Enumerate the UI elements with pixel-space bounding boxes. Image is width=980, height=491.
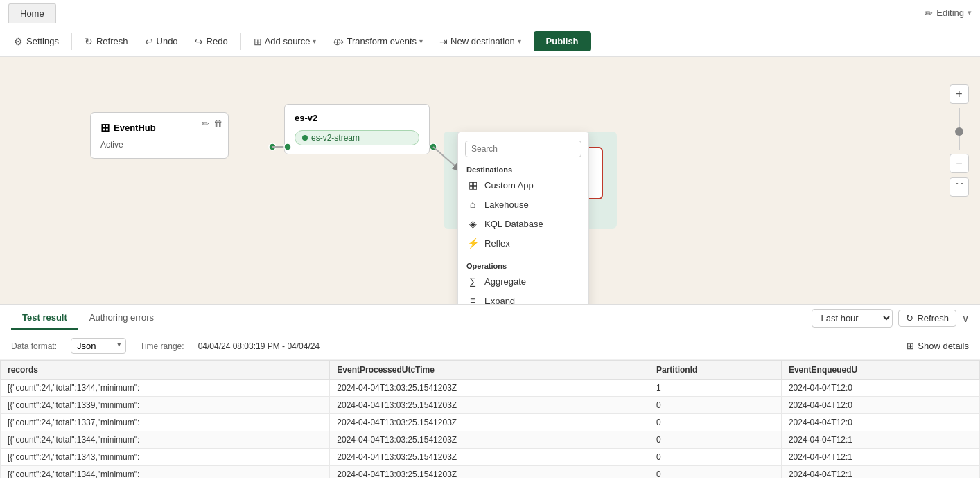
- show-details-button[interactable]: ⊞ Show details: [907, 341, 969, 351]
- cell-partition: 0: [649, 397, 781, 414]
- cell-enqueued: 2024-04-04T12:0: [781, 397, 979, 414]
- authoring-errors-tab[interactable]: Authoring errors: [78, 307, 165, 330]
- destination-dropdown-menu: Destinations ▦ Custom App ⌂ Lakehouse ◈ …: [457, 132, 589, 304]
- time-range-value: 04/04/24 08:03:19 PM - 04/04/24: [198, 341, 320, 351]
- time-range-label: Time range:: [140, 341, 184, 351]
- cell-records: [{"count":24,"total":1343,"minimum":: [1, 449, 330, 466]
- eventhub-icon: ⊞: [100, 121, 110, 134]
- editing-badge: ✏ Editing ▾: [925, 8, 972, 19]
- zoom-fit-button[interactable]: ⛶: [950, 177, 969, 197]
- panel-tabs-bar: Test result Authoring errors Last hour L…: [0, 305, 980, 332]
- transform-events-button[interactable]: ⟴ Transform events ▾: [326, 33, 430, 51]
- delete-node-button[interactable]: 🗑: [213, 118, 222, 129]
- cell-time: 2024-04-04T13:03:25.1541203Z: [330, 449, 649, 466]
- node-actions: ✏ 🗑: [202, 118, 222, 129]
- table-row: [{"count":24,"total":1344,"minimum": 202…: [1, 380, 980, 397]
- data-controls-bar: Data format: Json CSV Parquet Time range…: [0, 332, 980, 360]
- bottom-panel: Test result Authoring errors Last hour L…: [0, 304, 980, 491]
- time-filter-select[interactable]: Last hour Last 6 hours Last 24 hours: [812, 309, 893, 328]
- zoom-controls: + − ⛶: [950, 84, 969, 197]
- expand-item[interactable]: ≡ Expand: [458, 291, 588, 304]
- toolbar: ⚙ Settings ↻ Refresh ↩ Undo ↪ Redo ⊞ Add…: [0, 26, 980, 57]
- refresh-icon: ↻: [85, 36, 93, 47]
- zoom-slider-track: [959, 108, 960, 150]
- zoom-in-button[interactable]: +: [950, 84, 969, 104]
- cell-time: 2024-04-04T13:03:25.1541203Z: [330, 397, 649, 414]
- cell-records: [{"count":24,"total":1337,"minimum":: [1, 414, 330, 431]
- refresh-small-icon: ↻: [906, 313, 913, 323]
- destinations-header: Destinations: [458, 163, 588, 175]
- home-tab[interactable]: Home: [8, 3, 56, 23]
- stream-dot: [302, 135, 308, 141]
- dropdown-divider: [458, 256, 588, 256]
- cell-records: [{"count":24,"total":1344,"minimum":: [1, 466, 330, 479]
- aggregate-item[interactable]: ∑ Aggregate: [458, 271, 588, 291]
- cell-records: [{"count":24,"total":1344,"minimum":: [1, 380, 330, 397]
- panel-refresh-button[interactable]: ↻ Refresh: [898, 310, 956, 327]
- add-source-icon: ⊞: [254, 36, 262, 47]
- kql-icon: ◈: [466, 218, 479, 229]
- zoom-out-button[interactable]: −: [950, 154, 969, 173]
- kql-database-item[interactable]: ◈ KQL Database: [458, 214, 588, 233]
- expand-icon: ≡: [466, 295, 479, 304]
- data-format-label: Data format:: [11, 341, 57, 351]
- redo-button[interactable]: ↪ Redo: [188, 33, 235, 51]
- table-row: [{"count":24,"total":1339,"minimum": 202…: [1, 397, 980, 414]
- dropdown-search-input[interactable]: [465, 141, 581, 157]
- redo-icon: ↪: [195, 36, 203, 47]
- svg-point-0: [269, 143, 276, 150]
- panel-tabs-left: Test result Authoring errors: [11, 307, 165, 330]
- gear-icon: ⚙: [14, 36, 23, 47]
- svg-point-3: [430, 143, 437, 150]
- cell-partition: 0: [649, 431, 781, 449]
- operations-header: Operations: [458, 259, 588, 271]
- cell-enqueued: 2024-04-04T12:0: [781, 414, 979, 431]
- edit-node-button[interactable]: ✏: [202, 118, 209, 129]
- chevron-down-icon: ▾: [313, 37, 316, 45]
- chevron-down-icon: ▾: [968, 8, 972, 17]
- cell-enqueued: 2024-04-04T12:0: [781, 380, 979, 397]
- settings-button[interactable]: ⚙ Settings: [7, 33, 66, 51]
- cell-partition: 0: [649, 449, 781, 466]
- test-result-tab[interactable]: Test result: [11, 307, 78, 330]
- table-row: [{"count":24,"total":1337,"minimum": 202…: [1, 414, 980, 431]
- undo-icon: ↩: [145, 36, 153, 47]
- reflex-icon: ⚡: [466, 238, 479, 249]
- custom-app-item[interactable]: ▦ Custom App: [458, 175, 588, 195]
- separator-2: [240, 33, 241, 50]
- cell-time: 2024-04-04T13:03:25.1541203Z: [330, 414, 649, 431]
- col-partition: PartitionId: [649, 361, 781, 380]
- data-format-select[interactable]: Json CSV Parquet: [71, 338, 126, 354]
- table-row: [{"count":24,"total":1344,"minimum": 202…: [1, 466, 980, 479]
- reflex-item[interactable]: ⚡ Reflex: [458, 233, 588, 253]
- esv2-node[interactable]: es-v2 es-v2-stream: [284, 104, 430, 154]
- new-destination-button[interactable]: ⇥ New destination ▾: [432, 33, 528, 51]
- pencil-icon: ✏: [925, 8, 933, 19]
- canvas-area: ⊞ EventHub Active ✏ 🗑 es-v2 es-v2-stream…: [0, 57, 980, 304]
- col-records: records: [1, 361, 330, 380]
- undo-button[interactable]: ↩ Undo: [138, 33, 185, 51]
- cell-partition: 0: [649, 414, 781, 431]
- publish-button[interactable]: Publish: [534, 31, 591, 51]
- cell-records: [{"count":24,"total":1339,"minimum":: [1, 397, 330, 414]
- cell-partition: 0: [649, 466, 781, 479]
- cell-time: 2024-04-04T13:03:25.1541203Z: [330, 380, 649, 397]
- data-table-wrapper: records EventProcessedUtcTime PartitionI…: [0, 360, 980, 478]
- refresh-button[interactable]: ↻ Refresh: [78, 33, 135, 51]
- show-details-icon: ⊞: [907, 341, 914, 351]
- custom-app-icon: ▦: [466, 179, 479, 190]
- title-bar: Home ✏ Editing ▾: [0, 0, 980, 26]
- stream-badge: es-v2-stream: [295, 130, 419, 145]
- aggregate-icon: ∑: [466, 276, 479, 287]
- collapse-panel-button[interactable]: ∨: [962, 313, 969, 324]
- destination-icon: ⇥: [439, 36, 448, 47]
- esv2-title: es-v2: [295, 113, 419, 123]
- add-source-button[interactable]: ⊞ Add source ▾: [247, 33, 324, 51]
- eventhub-node[interactable]: ⊞ EventHub Active ✏ 🗑: [90, 112, 229, 159]
- lakehouse-item[interactable]: ⌂ Lakehouse: [458, 195, 588, 214]
- table-body: [{"count":24,"total":1344,"minimum": 202…: [1, 380, 980, 479]
- table-header: records EventProcessedUtcTime PartitionI…: [1, 361, 980, 380]
- col-enqueued: EventEnqueuedU: [781, 361, 979, 380]
- table-row: [{"count":24,"total":1343,"minimum": 202…: [1, 449, 980, 466]
- chevron-down-icon: ▾: [419, 37, 423, 45]
